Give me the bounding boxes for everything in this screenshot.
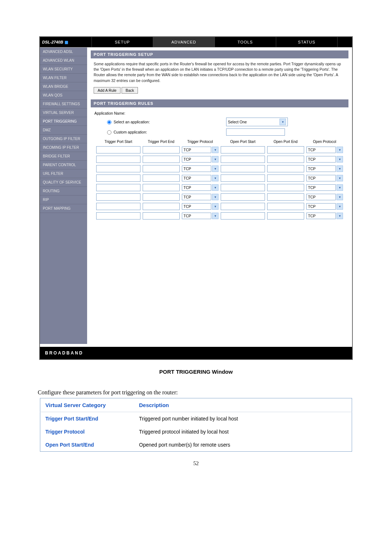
- chevron-down-icon: ▾: [279, 119, 286, 125]
- trigger-port-end-input[interactable]: [143, 184, 179, 191]
- router-admin-window: DSL-2740B ▮▮ SETUP ADVANCED TOOLS STATUS…: [39, 36, 353, 360]
- open-protocol-dropdown[interactable]: TCP▾: [306, 184, 343, 191]
- description-table: Virtual Server Category Description Trig…: [40, 398, 352, 452]
- sidebar-item-advanced-adsl[interactable]: ADVANCED ADSL: [40, 48, 87, 56]
- sidebar-item-wlan-qos[interactable]: WLAN QOS: [40, 91, 87, 100]
- model-bars-icon: ▮▮: [65, 40, 68, 45]
- sidebar-item-parent-control[interactable]: PARENT CONTROL: [40, 161, 87, 169]
- open-port-start-input[interactable]: [221, 165, 265, 172]
- back-button[interactable]: Back: [122, 87, 138, 94]
- col-trigger-port-end: Trigger Port End: [142, 139, 180, 144]
- trigger-port-start-input[interactable]: [96, 156, 140, 163]
- open-port-start-input[interactable]: [221, 175, 265, 182]
- open-protocol-dropdown[interactable]: TCP▾: [306, 165, 343, 172]
- open-protocol-dropdown[interactable]: TCP▾: [306, 156, 343, 163]
- port-row: TCP▾TCP▾: [96, 184, 343, 192]
- open-port-end-input[interactable]: [267, 212, 304, 219]
- port-row: TCP▾TCP▾: [96, 174, 343, 182]
- sidebar-item-wlan-security[interactable]: WLAN SECURITY: [40, 65, 87, 74]
- open-port-end-input[interactable]: [267, 193, 304, 201]
- sidebar-item-port-triggering[interactable]: PORT TRIGGERING: [40, 117, 87, 126]
- col-open-protocol: Open Protocol: [306, 139, 343, 144]
- trigger-port-end-input[interactable]: [143, 212, 179, 219]
- sidebar-item-rip[interactable]: RIP: [40, 196, 87, 204]
- trigger-port-start-input[interactable]: [96, 146, 140, 153]
- open-protocol-dropdown[interactable]: TCP▾: [306, 175, 343, 181]
- desc-key: Open Port Start/End: [40, 438, 134, 452]
- open-port-start-input[interactable]: [221, 212, 265, 219]
- chevron-down-icon: ▾: [336, 147, 343, 153]
- tab-tools[interactable]: TOOLS: [215, 37, 276, 47]
- trigger-protocol-dropdown[interactable]: TCP▾: [182, 213, 219, 219]
- tab-status[interactable]: STATUS: [276, 37, 337, 47]
- sidebar-item-quality-of-service[interactable]: QUALITY OF SERVICE: [40, 178, 87, 187]
- trigger-protocol-dropdown[interactable]: TCP▾: [182, 194, 219, 200]
- port-row: TCP▾TCP▾: [96, 165, 343, 173]
- open-port-end-input[interactable]: [267, 203, 304, 210]
- sidebar-item-dmz[interactable]: DMZ: [40, 126, 87, 135]
- sidebar-item-port-mapping[interactable]: PORT MAPPING: [40, 204, 87, 213]
- desc-row: Trigger Port Start/End Triggered port nu…: [40, 412, 352, 425]
- sidebar-item-firewall-settings[interactable]: FIREWALL SETTINGS: [40, 100, 87, 108]
- trigger-port-end-input[interactable]: [143, 203, 179, 210]
- trigger-port-end-input[interactable]: [143, 175, 179, 182]
- open-port-end-input[interactable]: [267, 184, 304, 191]
- custom-application-input[interactable]: [226, 128, 285, 136]
- trigger-port-end-input[interactable]: [143, 193, 179, 201]
- trigger-protocol-dropdown[interactable]: TCP▾: [182, 203, 219, 210]
- col-open-port-start: Open Port Start: [220, 139, 265, 144]
- tab-advanced[interactable]: ADVANCED: [153, 37, 214, 47]
- open-protocol-dropdown[interactable]: TCP▾: [306, 147, 343, 153]
- sidebar-item-outgoing-ip-filter[interactable]: OUTGOING IP FILTER: [40, 135, 87, 143]
- sidebar-item-wlan-filter[interactable]: WLAN FILTER: [40, 74, 87, 82]
- sidebar-item-routing[interactable]: ROUTING: [40, 187, 87, 196]
- chevron-down-icon: ▾: [336, 165, 343, 172]
- trigger-port-start-input[interactable]: [96, 193, 140, 201]
- desc-head-category: Virtual Server Category: [40, 398, 134, 412]
- desc-key: Trigger Port Start/End: [40, 412, 134, 425]
- trigger-port-start-input[interactable]: [96, 184, 140, 191]
- figure-caption: PORT TRIGGERING Window: [33, 369, 359, 375]
- sidebar-item-advanced-wlan[interactable]: ADVANCED WLAN: [40, 56, 87, 65]
- open-port-end-input[interactable]: [267, 175, 304, 182]
- model-text: DSL-2740B: [42, 40, 63, 44]
- col-open-port-end: Open Port End: [267, 139, 304, 144]
- trigger-port-end-input[interactable]: [143, 156, 179, 163]
- trigger-protocol-dropdown[interactable]: TCP▾: [182, 175, 219, 181]
- open-protocol-dropdown[interactable]: TCP▾: [306, 203, 343, 210]
- trigger-protocol-dropdown[interactable]: TCP▾: [182, 156, 219, 163]
- trigger-protocol-dropdown[interactable]: TCP▾: [182, 165, 219, 172]
- tab-setup[interactable]: SETUP: [91, 37, 153, 47]
- sidebar-item-url-filter[interactable]: URL FILTER: [40, 169, 87, 178]
- open-port-start-input[interactable]: [221, 193, 265, 201]
- chevron-down-icon: ▾: [212, 175, 219, 181]
- trigger-port-start-input[interactable]: [96, 165, 140, 172]
- open-port-end-input[interactable]: [267, 156, 304, 163]
- sidebar-item-wlan-bridge[interactable]: WLAN BRIDGE: [40, 82, 87, 91]
- trigger-port-start-input[interactable]: [96, 175, 140, 182]
- open-protocol-dropdown[interactable]: TCP▾: [306, 213, 343, 219]
- custom-application-radio[interactable]: [107, 130, 111, 135]
- sidebar-item-bridge-filter[interactable]: BRIDGE FILTER: [40, 152, 87, 161]
- trigger-port-end-input[interactable]: [143, 165, 179, 172]
- trigger-protocol-dropdown[interactable]: TCP▾: [182, 184, 219, 191]
- open-port-end-input[interactable]: [267, 146, 304, 153]
- open-port-end-input[interactable]: [267, 165, 304, 172]
- trigger-port-start-input[interactable]: [96, 212, 140, 219]
- trigger-port-start-input[interactable]: [96, 203, 140, 210]
- trigger-protocol-dropdown[interactable]: TCP▾: [182, 147, 219, 153]
- open-port-start-input[interactable]: [221, 156, 265, 163]
- open-port-start-input[interactable]: [221, 184, 265, 191]
- select-application-radio[interactable]: [107, 120, 111, 124]
- sidebar-item-virtual-server[interactable]: VIRTUAL SERVER: [40, 108, 87, 117]
- open-protocol-dropdown[interactable]: TCP▾: [306, 194, 343, 200]
- open-port-start-input[interactable]: [221, 146, 265, 153]
- open-port-start-input[interactable]: [221, 203, 265, 210]
- chevron-down-icon: ▾: [212, 184, 219, 191]
- sidebar-item-incoming-ip-filter[interactable]: INCOMING IP FILTER: [40, 143, 87, 152]
- chevron-down-icon: ▾: [212, 213, 219, 219]
- select-application-dropdown[interactable]: Select One ▾: [226, 118, 288, 126]
- add-a-rule-button[interactable]: Add A Rule: [94, 87, 121, 94]
- trigger-port-end-input[interactable]: [143, 146, 179, 153]
- sidebar: ADVANCED ADSL ADVANCED WLAN WLAN SECURIT…: [40, 48, 87, 344]
